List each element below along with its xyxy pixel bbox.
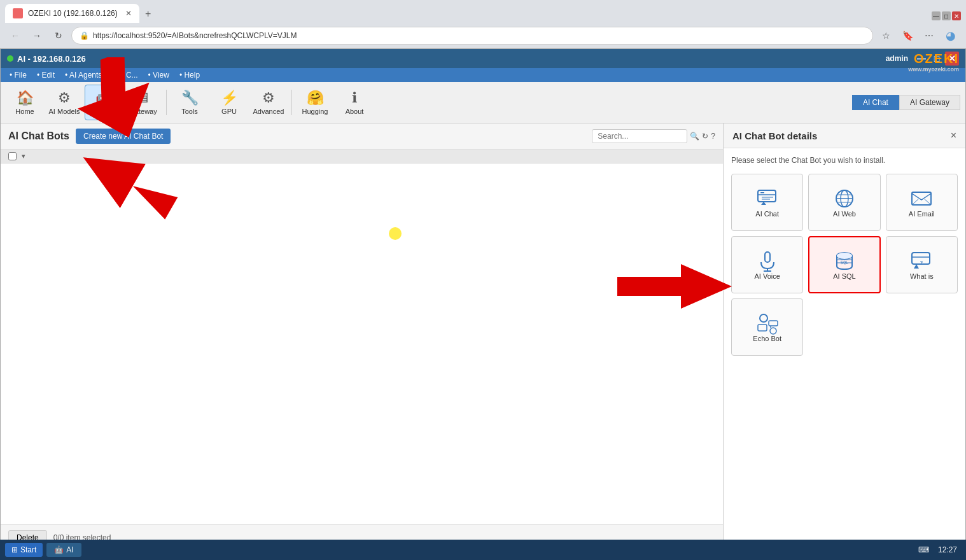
right-panel-title: AI Chat Bot details	[732, 130, 817, 141]
tools-icon: 🔧	[181, 90, 199, 106]
menu-view[interactable]: • View	[143, 69, 174, 81]
toolbar-about-btn[interactable]: ℹ About	[335, 85, 374, 120]
address-bar[interactable]: 🔒 https://localhost:9520/=AIBots&ncrefre…	[71, 27, 873, 45]
minimize-btn[interactable]: —	[932, 11, 941, 20]
toolbar-gateway-btn[interactable]: 🖥 Gateway	[124, 85, 162, 120]
sort-dropdown[interactable]: ▾	[22, 152, 25, 160]
create-ai-chat-bot-button[interactable]: Create new AI Chat Bot	[76, 129, 171, 144]
toolbar-tools-label: Tools	[181, 108, 198, 115]
bot-card-echo-bot[interactable]: Echo Bot	[731, 298, 803, 356]
gateway-icon: 🖥	[136, 90, 150, 106]
toolbar-tools-btn[interactable]: 🔧 Tools	[171, 85, 209, 120]
browser-tab-bar: OZEKI 10 (192.168.0.126) ✕ + — □ ✕	[0, 0, 966, 23]
bot-card-ai-email[interactable]: AI Email	[886, 174, 958, 231]
bot-card-ai-chat[interactable]: AI Chat	[731, 174, 803, 231]
tab-ai-chat[interactable]: AI Chat	[852, 95, 899, 110]
bot-card-echo-bot-label: Echo Bot	[753, 335, 781, 342]
toolbar-hugging-btn[interactable]: 🤗 Hugging	[296, 85, 334, 120]
hugging-icon: 🤗	[307, 90, 324, 106]
list-body	[1, 164, 723, 524]
back-button[interactable]: ←	[6, 27, 24, 45]
svg-point-24	[760, 314, 767, 322]
toolbar-home-label: Home	[15, 108, 34, 115]
bot-card-ai-voice[interactable]: AI Voice	[731, 236, 803, 293]
home-icon: 🏠	[17, 90, 34, 106]
new-tab-button[interactable]: +	[139, 5, 157, 23]
taskbar-app-label: AI	[66, 545, 73, 554]
refresh-icon[interactable]: ↻	[702, 132, 708, 141]
svg-rect-25	[758, 325, 767, 331]
svg-line-11	[912, 199, 918, 205]
browser-frame: OZEKI 10 (192.168.0.126) ✕ + — □ ✕ ← → ↻…	[0, 0, 966, 48]
cursor-dot	[389, 227, 402, 240]
menu-ai-c[interactable]: • AI C...	[107, 69, 143, 81]
menu-ai-agents[interactable]: • AI Agents	[60, 69, 107, 81]
ai-email-icon	[910, 187, 933, 210]
menu-edit[interactable]: • Edit	[32, 69, 60, 81]
toolbar-home-btn[interactable]: 🏠 Home	[6, 85, 44, 120]
ai-sql-icon: SQL	[833, 249, 856, 272]
ai-models-icon: ⚙	[58, 90, 71, 106]
svg-rect-0	[758, 190, 776, 202]
taskbar: ⊞ Start 🤖 AI ⌨ 12:27	[0, 540, 966, 560]
svg-text:?: ?	[920, 260, 923, 266]
search-area: 🔍 ↻ ?	[592, 129, 715, 143]
start-label: Start	[20, 545, 36, 554]
search-input[interactable]	[592, 129, 687, 143]
svg-line-12	[925, 199, 931, 205]
admin-label: admin	[886, 54, 908, 63]
toolbar-gpu-label: GPU	[221, 108, 237, 115]
bookmark-star-icon[interactable]: ☆	[877, 27, 895, 45]
tab-close-button[interactable]: ✕	[125, 9, 132, 18]
advanced-icon: ⚙	[262, 90, 275, 106]
bot-card-ai-sql[interactable]: SQL AI SQL	[808, 236, 880, 293]
toolbar-gateway-label: Gateway	[129, 108, 157, 115]
svg-rect-26	[769, 321, 778, 326]
browser-addressbar: ← → ↻ 🔒 https://localhost:9520/=AIBots&n…	[0, 23, 966, 48]
menu-help[interactable]: • Help	[174, 69, 205, 81]
more-options-icon[interactable]: ⋯	[920, 27, 938, 45]
reload-button[interactable]: ↻	[50, 27, 67, 45]
right-panel-body: Please select the Chat Bot you wish to i…	[724, 148, 965, 550]
help-icon[interactable]: ?	[711, 132, 715, 141]
bookmark-icon[interactable]: 🔖	[899, 27, 916, 45]
toolbar-hugging-label: Hugging	[302, 108, 328, 115]
ai-bots-icon: 🤖	[95, 90, 113, 106]
taskbar-app-button[interactable]: 🤖 AI	[46, 543, 81, 557]
toolbar-about-label: About	[346, 108, 364, 115]
svg-rect-13	[765, 252, 770, 262]
toolbar-ai-models-btn[interactable]: ⚙ AI Models	[45, 85, 83, 120]
bot-card-ai-email-label: AI Email	[909, 210, 935, 218]
list-header: ▾	[1, 150, 723, 164]
start-button[interactable]: ⊞ Start	[5, 543, 43, 557]
toolbar-gpu-btn[interactable]: ⚡ GPU	[210, 85, 248, 120]
svg-rect-10	[912, 192, 931, 205]
toolbar-ai-bots-btn[interactable]: 🤖 AI Bots	[85, 85, 123, 120]
bot-card-what-is[interactable]: ? What is	[886, 236, 958, 293]
profile-icon[interactable]: ◕	[942, 27, 960, 45]
maximize-btn[interactable]: □	[942, 11, 951, 20]
start-icon: ⊞	[11, 545, 18, 554]
what-is-icon: ?	[910, 249, 933, 272]
toolbar-ai-models-label: AI Models	[49, 108, 80, 115]
close-panel-button[interactable]: ×	[951, 130, 956, 141]
bot-card-ai-voice-label: AI Voice	[754, 272, 780, 280]
close-browser-btn[interactable]: ✕	[952, 11, 961, 20]
toolbar-advanced-btn[interactable]: ⚙ Advanced	[249, 85, 288, 120]
tab-title: OZEKI 10 (192.168.0.126)	[28, 9, 118, 18]
url-text: https://localhost:9520/=AIBots&ncrefresh…	[93, 31, 297, 40]
forward-button[interactable]: →	[28, 27, 46, 45]
bot-card-ai-web[interactable]: AI Web	[808, 174, 880, 231]
select-all-checkbox[interactable]	[8, 152, 17, 160]
left-panel-header: AI Chat Bots Create new AI Chat Bot 🔍 ↻ …	[1, 123, 723, 150]
about-icon: ℹ	[352, 90, 357, 106]
tab-ai-gateway[interactable]: AI Gateway	[899, 95, 960, 110]
taskbar-right: ⌨ 12:27	[918, 544, 961, 556]
ai-web-icon	[833, 187, 856, 210]
menu-file[interactable]: • File	[4, 69, 32, 81]
status-indicator	[7, 55, 13, 62]
panel-title: AI Chat Bots	[8, 130, 69, 142]
search-icon[interactable]: 🔍	[690, 132, 699, 141]
app-titlebar: AI - 192.168.0.126 admin OZEKI www.myoze…	[1, 49, 965, 68]
browser-tab[interactable]: OZEKI 10 (192.168.0.126) ✕	[5, 4, 139, 23]
